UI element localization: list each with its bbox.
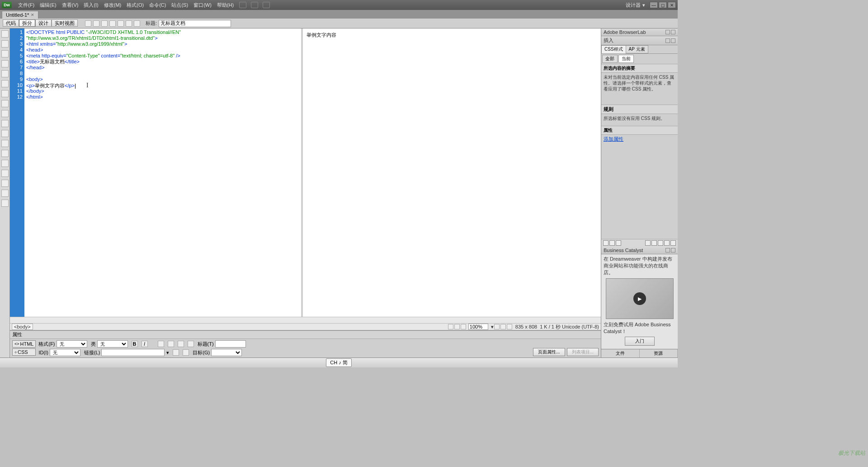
options-icon[interactable] [126, 20, 132, 27]
tool-icon[interactable] [1, 200, 9, 207]
device-icon[interactable] [500, 324, 506, 329]
menu-item[interactable]: 插入(I) [81, 1, 101, 9]
highlight-invalid-icon[interactable] [1, 90, 9, 97]
comment-icon[interactable] [1, 170, 9, 177]
recent-snippets-icon[interactable] [1, 180, 9, 187]
menu-item[interactable]: 窗口(W) [191, 1, 214, 9]
attach-css-icon[interactable] [645, 240, 651, 246]
menu-item[interactable]: 帮助(H) [214, 1, 236, 9]
line-numbers-icon[interactable] [1, 80, 9, 87]
id-label: ID(I) [38, 350, 48, 355]
snippet-icon[interactable] [1, 130, 9, 137]
tab-css-styles[interactable]: CSS样式 [601, 45, 626, 53]
menu-item[interactable]: 命令(C) [146, 1, 169, 9]
layout-dropdown-icon[interactable] [239, 2, 246, 8]
html-mode-button[interactable]: <> HTML [12, 340, 36, 348]
code-editor[interactable]: <!DOCTYPE html PUBLIC "-//W3C//DTD XHTML… [24, 29, 301, 317]
inspect-icon[interactable] [93, 20, 99, 27]
disable-rule-icon[interactable] [664, 240, 670, 246]
workspace-label[interactable]: 设计器 [626, 2, 641, 9]
address-icon[interactable] [118, 20, 124, 27]
document-tab[interactable]: Untitled-1* ✕ [2, 11, 38, 19]
zoom-tool-icon[interactable] [461, 324, 466, 329]
code-pane[interactable]: 123456789101112 <!DOCTYPE html PUBLIC "-… [10, 29, 303, 317]
outdent-text-icon[interactable] [178, 341, 184, 347]
maximize-button[interactable]: ◻ [659, 2, 667, 8]
design-pane[interactable]: 举例文字内容 [303, 29, 601, 317]
page-properties-button[interactable]: 页面属性... [533, 348, 565, 356]
view-button[interactable]: 设计 [35, 19, 52, 27]
id-select[interactable]: 无 [50, 349, 80, 356]
bold-icon[interactable]: B [132, 341, 138, 347]
assets-tab[interactable]: 资源 [640, 349, 678, 357]
bc-video-thumbnail[interactable]: ▶ [606, 278, 674, 319]
expand-all-icon[interactable] [1, 50, 9, 57]
window-size-icon[interactable] [494, 324, 500, 329]
view-button[interactable]: 代码 [3, 19, 19, 27]
sync-dropdown-icon[interactable] [263, 2, 270, 8]
tag-selector-body[interactable]: <body> [12, 324, 33, 330]
show-category-icon[interactable] [603, 240, 609, 246]
menu-item[interactable]: 文件(F) [15, 1, 37, 9]
open-documents-icon[interactable] [1, 30, 9, 38]
link-input[interactable] [101, 349, 165, 356]
menu-item[interactable]: 查看(V) [59, 1, 81, 9]
select-parent-icon[interactable] [1, 60, 9, 67]
horizontal-scrollbar[interactable] [10, 317, 601, 323]
syntax-coloring-icon[interactable] [1, 110, 9, 117]
move-css-icon[interactable] [1, 190, 9, 197]
menu-item[interactable]: 修改(M) [101, 1, 124, 9]
css-current-button[interactable]: 当前 [618, 55, 634, 63]
show-list-icon[interactable] [609, 240, 615, 246]
view-button[interactable]: 实时视图 [52, 19, 78, 27]
ime-indicator[interactable]: CH ♪ 简 [326, 358, 352, 367]
browse-file-icon[interactable] [183, 349, 189, 356]
refresh-icon[interactable] [101, 20, 108, 27]
auto-indent-icon[interactable] [1, 120, 9, 127]
edit-rule-icon[interactable] [658, 240, 663, 246]
title2-input[interactable] [215, 340, 246, 348]
indent-icon[interactable] [1, 140, 9, 147]
target-select[interactable] [211, 349, 242, 356]
title-input[interactable] [159, 20, 231, 27]
zoom-input[interactable] [468, 324, 488, 330]
css-all-button[interactable]: 全部 [602, 55, 618, 63]
class-select[interactable]: 无 [97, 340, 128, 348]
outdent-icon[interactable] [1, 150, 9, 157]
add-property-link[interactable]: 添加属性 [601, 135, 678, 143]
hand-tool-icon[interactable] [454, 324, 460, 329]
close-tab-icon[interactable]: ✕ [31, 13, 34, 17]
collapse-tag-icon[interactable] [1, 40, 9, 48]
select-tool-icon[interactable] [448, 324, 453, 329]
css-mode-button[interactable]: ⟐ CSS [12, 348, 36, 356]
ol-icon[interactable] [168, 341, 174, 347]
show-set-icon[interactable] [616, 240, 621, 246]
browserlab-panel-header[interactable]: Adobe BrowserLab [601, 29, 678, 36]
ul-icon[interactable] [158, 341, 164, 347]
close-button[interactable]: ✕ [668, 2, 676, 8]
balance-braces-icon[interactable] [1, 70, 9, 77]
format-select[interactable]: 无 [57, 340, 87, 348]
italic-icon[interactable]: I [142, 341, 148, 347]
insert-panel-header[interactable]: 插入 [601, 36, 678, 45]
live-code-icon[interactable] [85, 20, 91, 27]
files-tab[interactable]: 文件 [601, 349, 640, 357]
business-catalyst-header[interactable]: Business Catalyst [601, 247, 678, 254]
menu-item[interactable]: 格式(O) [124, 1, 146, 9]
browser-nav-icon[interactable] [109, 20, 116, 27]
view-button[interactable]: 拆分 [19, 19, 35, 27]
word-wrap-icon[interactable] [1, 100, 9, 107]
format-code-icon[interactable] [1, 160, 9, 167]
indent-text-icon[interactable] [188, 341, 194, 347]
minimize-button[interactable]: — [650, 2, 658, 8]
delete-rule-icon[interactable] [670, 240, 676, 246]
screen-icon[interactable] [507, 324, 512, 329]
bc-start-button[interactable]: 入门 [625, 337, 655, 346]
extend-dropdown-icon[interactable] [251, 2, 258, 8]
tab-ap-elements[interactable]: AP 元素 [626, 45, 648, 53]
menu-item[interactable]: 编辑(E) [37, 1, 59, 9]
menu-item[interactable]: 站点(S) [169, 1, 191, 9]
visual-aids-icon[interactable] [134, 20, 140, 27]
point-to-file-icon[interactable] [173, 349, 179, 356]
new-rule-icon[interactable] [651, 240, 657, 246]
